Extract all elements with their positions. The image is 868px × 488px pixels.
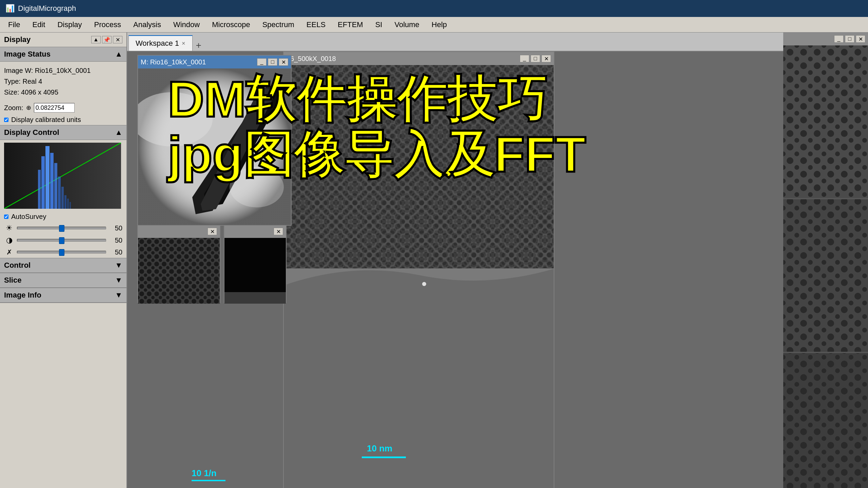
brightness-thumb[interactable] <box>59 225 64 232</box>
menu-edit[interactable]: Edit <box>27 19 51 30</box>
image-info-title: Image Info <box>4 291 41 300</box>
workspace-content: M: Rio16_10kX_0001 _ □ ✕ <box>127 52 783 488</box>
menu-file[interactable]: File <box>3 19 25 30</box>
workspace-tab-1-close[interactable]: × <box>182 40 185 47</box>
left-panel: Display ▲ 📌 ✕ Image Status ▲ Image W: Ri… <box>0 33 127 488</box>
menu-bar: File Edit Display Process Analysis Windo… <box>0 17 868 33</box>
main-layout: Display ▲ 📌 ✕ Image Status ▲ Image W: Ri… <box>0 33 868 488</box>
gamma-value: 50 <box>109 248 122 256</box>
slider-brightness-row: ☀ 50 <box>0 222 126 234</box>
slice-collapse-icon: ▼ <box>115 276 122 285</box>
gamma-thumb[interactable] <box>59 249 64 256</box>
menu-volume[interactable]: Volume <box>389 19 425 30</box>
app-title: DigitalMicrograph <box>18 4 76 13</box>
add-workspace-tab[interactable]: + <box>193 40 205 51</box>
scale-bar-2-line <box>192 480 225 481</box>
win3-close[interactable]: ✕ <box>208 228 217 235</box>
workspace-tabs: Workspace 1 × + <box>127 33 783 52</box>
right-panel-content <box>783 45 868 488</box>
menu-eftem[interactable]: EFTEM <box>332 19 369 30</box>
menu-si[interactable]: SI <box>370 19 388 30</box>
histogram-area <box>4 143 121 209</box>
image-window-1[interactable]: M: Rio16_10kX_0001 _ □ ✕ <box>137 55 292 226</box>
display-control-header[interactable]: Display Control ▲ <box>0 125 126 140</box>
svg-rect-7 <box>61 187 64 209</box>
contrast-thumb[interactable] <box>59 237 64 244</box>
win1-close[interactable]: ✕ <box>279 58 288 66</box>
win3-buttons: ✕ <box>208 228 217 235</box>
brightness-icon: ☀ <box>4 224 14 232</box>
panel-title: Display <box>4 35 31 44</box>
image-window-4-titlebar: ✕ <box>224 225 286 238</box>
menu-spectrum[interactable]: Spectrum <box>257 19 300 30</box>
gamma-slider[interactable] <box>17 251 106 253</box>
menu-window[interactable]: Window <box>168 19 205 30</box>
svg-rect-8 <box>64 195 66 209</box>
image-window-3[interactable]: ✕ <box>137 224 220 303</box>
image-status-collapse-icon: ▲ <box>115 50 122 59</box>
win1-buttons: _ □ ✕ <box>257 58 288 66</box>
calibrated-label: Display calibrated units <box>11 116 81 124</box>
win3-content <box>138 238 220 304</box>
win1-image <box>138 68 291 225</box>
right-panel-minimize[interactable]: _ <box>834 35 844 43</box>
calibrated-checkbox[interactable] <box>4 118 8 122</box>
scale-bar-2: 10 1/n <box>192 468 225 481</box>
svg-rect-53 <box>783 352 868 353</box>
menu-display[interactable]: Display <box>52 19 87 30</box>
menu-process[interactable]: Process <box>89 19 126 30</box>
zoom-stepper-icon: ⊕ <box>26 104 31 111</box>
brightness-slider[interactable] <box>17 227 106 229</box>
display-control-collapse-icon: ▲ <box>115 128 122 137</box>
panel-minimize[interactable]: ▲ <box>91 36 101 43</box>
svg-rect-51 <box>783 198 868 199</box>
image-status-title: Image Status <box>4 50 51 59</box>
right-panel-titlebar: _ □ ✕ <box>783 33 868 45</box>
image-size: Size: 4096 x 4095 <box>4 87 122 98</box>
contrast-icon: ◑ <box>4 236 14 245</box>
image-window-2[interactable]: 16_500kX_0018 _ □ ✕ <box>283 52 554 488</box>
workspace-area: Workspace 1 × + M: Rio16_10kX_0001 _ □ ✕ <box>127 33 783 488</box>
right-panel-maximize[interactable]: □ <box>845 35 854 43</box>
slice-header[interactable]: Slice ▼ <box>0 273 126 288</box>
win1-title: M: Rio16_10kX_0001 <box>141 58 206 66</box>
control-collapse-icon: ▼ <box>115 261 122 270</box>
image-info-header[interactable]: Image Info ▼ <box>0 288 126 303</box>
win2-minimize[interactable]: _ <box>520 55 529 62</box>
slice-section: Slice ▼ <box>0 273 126 288</box>
control-header[interactable]: Control ▼ <box>0 258 126 273</box>
autosurvey-row: AutoSurvey <box>0 211 126 222</box>
svg-rect-5 <box>54 163 57 209</box>
image-window-4[interactable]: ✕ <box>224 224 287 303</box>
svg-rect-50 <box>783 45 868 198</box>
win2-maximize[interactable]: □ <box>531 55 540 62</box>
menu-help[interactable]: Help <box>426 19 452 30</box>
contrast-slider[interactable] <box>17 239 106 242</box>
menu-analysis[interactable]: Analysis <box>128 19 166 30</box>
right-panel-buttons: _ □ ✕ <box>834 35 865 43</box>
svg-rect-43 <box>224 292 286 304</box>
autosurvey-checkbox[interactable] <box>4 215 8 219</box>
image-type: Type: Real 4 <box>4 76 122 87</box>
right-panel-close[interactable]: ✕ <box>856 35 865 43</box>
win4-close[interactable]: ✕ <box>274 228 283 235</box>
panel-pin[interactable]: 📌 <box>102 36 112 43</box>
zoom-input[interactable] <box>34 103 75 113</box>
menu-microscope[interactable]: Microscope <box>206 19 255 30</box>
svg-rect-3 <box>45 146 50 209</box>
panel-close[interactable]: ✕ <box>113 36 122 43</box>
app-icon: 📊 <box>5 4 15 13</box>
image-status-header[interactable]: Image Status ▲ <box>0 47 126 62</box>
win3-image <box>138 238 220 304</box>
win1-maximize[interactable]: □ <box>268 58 277 66</box>
image-window-1-titlebar: M: Rio16_10kX_0001 _ □ ✕ <box>138 56 291 68</box>
calibrated-units-row: Display calibrated units <box>0 115 126 125</box>
svg-rect-4 <box>50 153 54 209</box>
contrast-value: 50 <box>109 237 122 244</box>
slider-contrast-row: ◑ 50 <box>0 234 126 246</box>
workspace-tab-1[interactable]: Workspace 1 × <box>129 35 193 51</box>
image-name: Image W: Rio16_10kX_0001 <box>4 65 122 76</box>
win2-close[interactable]: ✕ <box>541 55 551 62</box>
win1-minimize[interactable]: _ <box>257 58 267 66</box>
menu-eels[interactable]: EELS <box>301 19 331 30</box>
